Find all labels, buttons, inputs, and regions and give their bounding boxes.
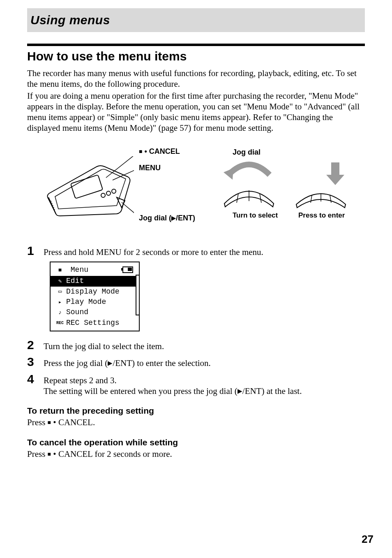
jogdial-label-prefix: Jog dial ( bbox=[139, 214, 171, 222]
menu-button-label: MENU bbox=[139, 163, 161, 173]
play-icon: ▶ bbox=[238, 388, 242, 394]
jog-dial-heading: Jog dial bbox=[233, 148, 261, 157]
edit-icon: ✎ bbox=[56, 278, 64, 285]
svg-marker-8 bbox=[326, 162, 344, 185]
display-icon: ▭ bbox=[56, 288, 64, 295]
stop-icon: ■ bbox=[48, 419, 51, 426]
lcd-item-play-mode: ▸ Play Mode bbox=[51, 297, 139, 307]
button-diagram: ■ • CANCEL MENU Jog dial (▶/ENT) Jog dia… bbox=[27, 146, 365, 228]
steps-list: 1 Press and hold MENU for 2 seconds or m… bbox=[27, 245, 365, 397]
lcd-menu-screenshot: ■ Menu ✎ Edit ▭ Display Mode ▸ Play Mode… bbox=[50, 262, 140, 331]
step-number: 3 bbox=[27, 356, 44, 368]
cancel-label-bullet: • bbox=[144, 147, 149, 155]
step-2-text: Turn the jog dial to select the item. bbox=[44, 341, 365, 352]
turn-to-select-label: Turn to select bbox=[233, 211, 278, 220]
step-2: 2 Turn the jog dial to select the item. bbox=[27, 339, 365, 352]
step-3-text: Press the jog dial (▶/ENT) to enter the … bbox=[44, 358, 365, 368]
intro-paragraph-1: The recorder has many menus with useful … bbox=[27, 68, 365, 90]
playmode-icon: ▸ bbox=[56, 299, 64, 306]
intro-paragraph-2: If you are doing a menu operation for th… bbox=[27, 90, 365, 134]
cancel-button-label: ■ • CANCEL bbox=[139, 147, 180, 156]
lcd-item-edit: ✎ Edit bbox=[51, 276, 139, 286]
play-icon: ▶ bbox=[171, 215, 176, 221]
rec-icon: REC bbox=[56, 320, 64, 326]
svg-marker-7 bbox=[224, 168, 233, 180]
chapter-title: Using menus bbox=[30, 13, 110, 27]
lcd-item-label: Sound bbox=[66, 308, 88, 317]
return-setting-heading: To return the preceding setting bbox=[27, 405, 365, 416]
svg-line-4 bbox=[106, 156, 134, 178]
cancel-operation-body: Press ■ • CANCEL for 2 seconds or more. bbox=[27, 449, 365, 459]
step-3: 3 Press the jog dial (▶/ENT) to enter th… bbox=[27, 356, 365, 368]
cancel-label-text: CANCEL bbox=[149, 147, 180, 155]
step-1: 1 Press and hold MENU for 2 seconds or m… bbox=[27, 245, 365, 257]
section-rule bbox=[27, 44, 365, 46]
step-number: 1 bbox=[27, 245, 44, 257]
chapter-bar: Using menus bbox=[27, 8, 365, 32]
lcd-item-label: REC Settings bbox=[66, 318, 120, 328]
press-to-enter-label: Press to enter bbox=[298, 211, 345, 220]
step-1-text: Press and hold MENU for 2 seconds or mor… bbox=[44, 247, 365, 257]
sound-icon: ♪ bbox=[56, 309, 64, 316]
scroll-slot-icon bbox=[136, 275, 140, 315]
step-4: 4 Repeat steps 2 and 3. The setting will… bbox=[27, 373, 365, 397]
section-title: How to use the menu items bbox=[27, 49, 365, 64]
svg-point-3 bbox=[112, 189, 116, 193]
stop-icon: ■ bbox=[48, 451, 51, 457]
stop-square-icon: ■ bbox=[56, 266, 64, 274]
return-setting-body: Press ■ • CANCEL. bbox=[27, 417, 365, 428]
lcd-item-rec-settings: REC REC Settings bbox=[51, 318, 139, 328]
step-number: 2 bbox=[27, 339, 44, 351]
step-4-text-line-2: The setting will be entered when you pre… bbox=[44, 386, 365, 396]
manual-page: Using menus How to use the menu items Th… bbox=[0, 0, 392, 558]
battery-icon bbox=[122, 266, 133, 273]
lcd-item-sound: ♪ Sound bbox=[51, 307, 139, 317]
cancel-operation-heading: To cancel the operation while setting bbox=[27, 437, 365, 448]
press-dial-illustration bbox=[290, 158, 352, 212]
lcd-item-label: Edit bbox=[66, 276, 84, 286]
jogdial-label-suffix: /ENT) bbox=[176, 214, 195, 222]
stop-icon: ■ bbox=[139, 148, 142, 155]
lcd-item-label: Display Mode bbox=[66, 287, 120, 296]
svg-point-2 bbox=[106, 191, 111, 195]
play-icon: ▶ bbox=[108, 360, 113, 366]
step-number: 4 bbox=[27, 373, 44, 385]
svg-point-1 bbox=[101, 193, 105, 197]
lcd-title: Menu bbox=[71, 266, 88, 274]
page-number: 27 bbox=[362, 533, 374, 546]
lcd-item-display-mode: ▭ Display Mode bbox=[51, 287, 139, 297]
lcd-item-label: Play Mode bbox=[66, 297, 106, 307]
jog-dial-ent-label: Jog dial (▶/ENT) bbox=[139, 213, 195, 223]
recorder-device-illustration bbox=[44, 156, 134, 224]
step-4-text-line-1: Repeat steps 2 and 3. bbox=[44, 375, 365, 386]
turn-dial-illustration bbox=[212, 158, 286, 212]
